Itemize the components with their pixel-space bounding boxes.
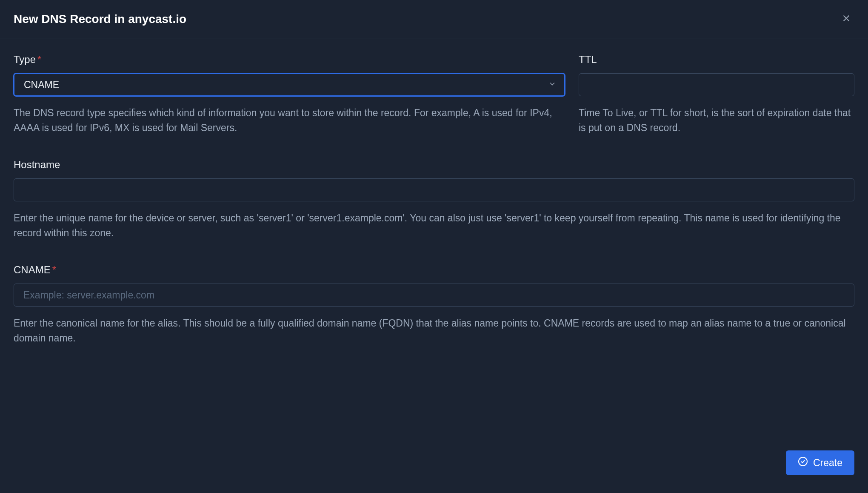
type-select-wrapper: [14, 73, 565, 96]
cname-field-group: CNAME* Enter the canonical name for the …: [14, 264, 854, 345]
type-field-group: Type* The DNS record type specifies whic…: [14, 54, 565, 135]
create-button[interactable]: Create: [786, 450, 854, 475]
modal-footer: Create: [0, 440, 868, 493]
hostname-field-group: Hostname Enter the unique name for the d…: [14, 159, 854, 240]
ttl-input[interactable]: [579, 73, 854, 96]
hostname-label: Hostname: [14, 159, 854, 171]
type-select[interactable]: [14, 73, 565, 96]
type-label: Type*: [14, 54, 565, 66]
cname-help-text: Enter the canonical name for the alias. …: [14, 316, 854, 345]
cname-label: CNAME*: [14, 264, 854, 276]
ttl-field-group: TTL Time To Live, or TTL for short, is t…: [579, 54, 854, 135]
ttl-help-text: Time To Live, or TTL for short, is the s…: [579, 106, 854, 135]
ttl-label: TTL: [579, 54, 854, 66]
create-button-label: Create: [813, 457, 842, 469]
required-asterisk: *: [52, 264, 56, 275]
type-label-text: Type: [14, 54, 36, 65]
modal-body: Type* The DNS record type specifies whic…: [0, 38, 868, 384]
close-icon: [841, 13, 852, 25]
type-help-text: The DNS record type specifies which kind…: [14, 106, 565, 135]
required-asterisk: *: [37, 54, 41, 65]
modal-title: New DNS Record in anycast.io: [14, 12, 186, 26]
cname-label-text: CNAME: [14, 264, 51, 275]
check-circle-icon: [798, 456, 808, 469]
cname-input[interactable]: [14, 284, 854, 307]
modal-header: New DNS Record in anycast.io: [0, 0, 868, 38]
hostname-input[interactable]: [14, 178, 854, 201]
svg-point-0: [799, 457, 807, 466]
close-button[interactable]: [838, 10, 854, 28]
hostname-help-text: Enter the unique name for the device or …: [14, 211, 854, 240]
form-row-type-ttl: Type* The DNS record type specifies whic…: [14, 54, 854, 135]
